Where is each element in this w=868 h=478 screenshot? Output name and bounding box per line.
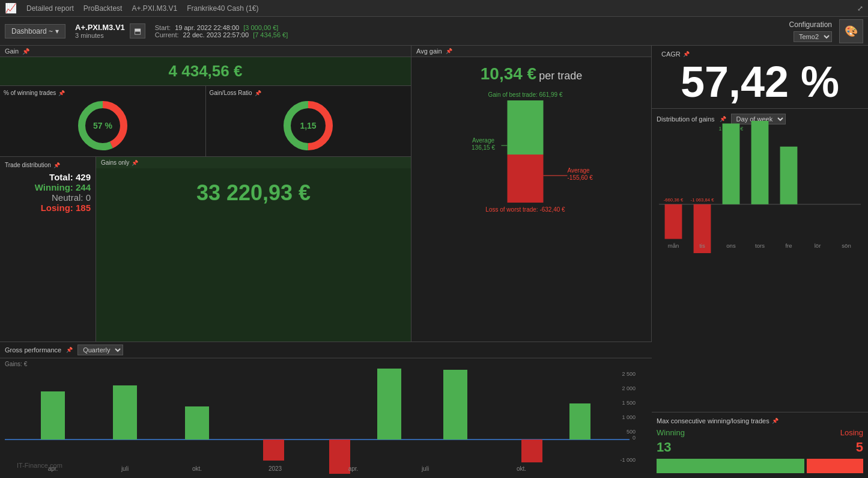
svg-text:1 500: 1 500 xyxy=(622,400,636,406)
svg-rect-9 xyxy=(508,100,544,155)
gain-label: Gain xyxy=(5,47,19,55)
gp-period-dropdown[interactable]: Quarterly xyxy=(77,345,123,355)
svg-text:1 909,97 €: 1 909,97 € xyxy=(719,126,744,132)
strategy-link[interactable]: A+.PXI.M3.V1 xyxy=(132,4,177,13)
consecutive-section: Max consecutive winning/losing trades 📌 … xyxy=(652,412,868,478)
config-dropdown[interactable]: Temo2 xyxy=(794,31,832,42)
gain-value-container: 4 434,56 € xyxy=(0,57,411,86)
gains-only-value: 33 220,93 € xyxy=(96,168,411,218)
config-area: Configuration Temo2 xyxy=(789,20,832,42)
bottom-panel: Gross performance 📌 Quarterly Gains: € 2… xyxy=(0,342,652,478)
svg-rect-47 xyxy=(329,440,350,474)
dashboard-label: Dashboard ~ xyxy=(11,27,53,35)
gp-gains-label: Gains: € xyxy=(5,361,647,367)
export-button[interactable]: ⬒ xyxy=(130,23,145,38)
gain-pin-icon[interactable]: 📌 xyxy=(22,48,29,55)
svg-text:500: 500 xyxy=(627,429,636,435)
svg-text:2 500: 2 500 xyxy=(622,371,636,377)
svg-text:okt.: okt. xyxy=(192,465,202,472)
svg-text:lör: lör xyxy=(815,242,821,249)
consec-counts-row: 13 5 xyxy=(657,440,863,455)
td-pin[interactable]: 📌 xyxy=(53,162,60,168)
trade-total: Total: 429 xyxy=(5,172,91,182)
svg-rect-25 xyxy=(723,123,740,204)
consec-labels-row: Winning Losing xyxy=(657,428,863,437)
avg-gain-header: Avg gain 📌 xyxy=(411,46,651,57)
svg-text:-660,36 €: -660,36 € xyxy=(664,197,684,203)
config-icon-button[interactable]: 🎨 xyxy=(839,19,863,43)
header-bar: Dashboard ~ ▾ A+.PXI.M3.V1 3 minutes ⬒ S… xyxy=(0,17,868,46)
svg-text:0: 0 xyxy=(633,435,636,441)
avg-gain-per-trade: per trade xyxy=(539,70,582,82)
avg-gain-value-row: 10,34 € per trade xyxy=(481,64,582,84)
strategy-block: A+.PXI.M3.V1 3 minutes ⬒ xyxy=(75,23,145,39)
gain-value: 4 434,56 € xyxy=(169,62,243,80)
consec-pin[interactable]: 📌 xyxy=(772,418,778,424)
strategy-name: A+.PXI.M3.V1 xyxy=(75,23,125,32)
top-bar-left: 📈 Detailed report ProBacktest A+.PXI.M3.… xyxy=(5,2,259,14)
gains-pin[interactable]: 📌 xyxy=(132,160,138,166)
share-icon[interactable]: ⤢ xyxy=(857,4,863,13)
gl-header: Gain/Loss Ratio 📌 xyxy=(210,90,408,96)
pct-winning-label: % of winning trades xyxy=(4,90,56,96)
svg-text:2023: 2023 xyxy=(269,465,282,472)
svg-rect-45 xyxy=(185,406,209,440)
svg-rect-46 xyxy=(263,440,284,461)
detailed-report-link[interactable]: Detailed report xyxy=(26,4,74,13)
gp-chart-svg: 2 500 2 000 1 500 1 000 500 0 -1 000 -31… xyxy=(5,369,642,474)
svg-text:Gain of best trade: 661,99 €: Gain of best trade: 661,99 € xyxy=(488,91,563,98)
svg-text:juli: juli xyxy=(121,465,129,472)
cagr-label: CAGR xyxy=(661,51,681,58)
gp-label: Gross performance xyxy=(5,346,61,354)
avg-gain-pin[interactable]: 📌 xyxy=(446,48,452,54)
gl-ratio-label: Gain/Loss Ratio xyxy=(210,90,252,96)
consec-winning-label: Winning xyxy=(657,428,685,437)
top-bar-right: ⤢ xyxy=(857,4,863,13)
strategy-info: A+.PXI.M3.V1 3 minutes xyxy=(75,23,125,39)
svg-text:57 %: 57 % xyxy=(93,121,112,130)
svg-text:apr.: apr. xyxy=(348,465,359,472)
svg-text:-1 063,84 €: -1 063,84 € xyxy=(691,197,715,203)
avg-gain-value: 10,34 € xyxy=(481,64,536,84)
svg-text:2 000: 2 000 xyxy=(622,385,636,391)
cagr-section: CAGR 📌 57,42 % xyxy=(652,46,868,109)
gains-only-label: Gains only xyxy=(101,159,129,166)
start-date: Start: 19 apr. 2022 22:48:00 [3 000,00 €… xyxy=(155,24,288,31)
candle-chart-svg: Gain of best trade: 661,99 € Average 136… xyxy=(416,88,646,221)
header-right: Configuration Temo2 🎨 xyxy=(789,19,863,43)
svg-text:tors: tors xyxy=(755,242,765,249)
svg-rect-44 xyxy=(113,385,137,440)
current-date: Current: 22 dec. 2023 22:57:00 [7 434,56… xyxy=(155,31,288,38)
trade-winning: Winning: 244 xyxy=(5,182,91,192)
config-label: Configuration xyxy=(789,20,832,29)
donut-gl-container: 1,15 xyxy=(210,99,408,153)
pct-pin[interactable]: 📌 xyxy=(58,90,65,96)
dist-chart: mån -660,36 € tis -1 063,84 € ons 1 909,… xyxy=(657,127,863,247)
svg-rect-31 xyxy=(780,147,798,204)
consec-header: Max consecutive winning/losing trades 📌 xyxy=(657,417,863,424)
right-panel: CAGR 📌 57,42 % Distribution of gains 📌 D… xyxy=(652,46,868,478)
cagr-pin[interactable]: 📌 xyxy=(683,51,690,57)
donut-winning-chart: 57 % xyxy=(76,99,130,153)
gp-header: Gross performance 📌 Quarterly xyxy=(0,342,652,358)
gp-pin[interactable]: 📌 xyxy=(66,347,73,353)
svg-text:-155,60 €: -155,60 € xyxy=(568,174,593,181)
svg-text:Average: Average xyxy=(472,137,495,144)
gl-pin[interactable]: 📌 xyxy=(255,90,261,96)
strategy-timeframe: 3 minutes xyxy=(75,32,125,39)
svg-rect-50 xyxy=(377,369,401,440)
td-header: Trade distribution 📌 xyxy=(5,162,91,168)
gp-chart-area: Gains: € 2 500 2 000 1 500 1 000 500 0 -… xyxy=(0,358,652,478)
svg-text:juli: juli xyxy=(421,465,429,472)
svg-rect-53 xyxy=(569,403,590,440)
svg-text:tis: tis xyxy=(699,242,705,249)
td-label: Trade distribution xyxy=(5,162,51,168)
trade-losing: Losing: 185 xyxy=(5,203,91,213)
donut-gl-chart: 1,15 xyxy=(281,99,335,153)
chart-icon: 📈 xyxy=(5,2,17,14)
probacktest-link[interactable]: ProBacktest xyxy=(83,4,123,13)
account-link[interactable]: Frankrike40 Cash (1€) xyxy=(187,4,258,13)
dist-chart-svg: mån -660,36 € tis -1 063,84 € ons 1 909,… xyxy=(659,121,861,253)
distribution-section: Distribution of gains 📌 Day of week mån … xyxy=(652,109,868,412)
dashboard-button[interactable]: Dashboard ~ ▾ xyxy=(5,24,65,38)
